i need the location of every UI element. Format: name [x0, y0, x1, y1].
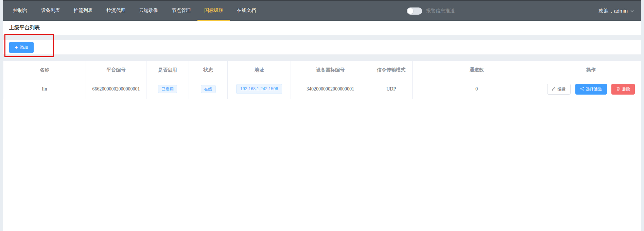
col-header-actions: 操作: [541, 61, 641, 79]
share-icon: [580, 87, 584, 92]
col-header-gb-device-id: 设备国标编号: [291, 61, 370, 79]
chevron-down-icon: [630, 9, 634, 13]
nav-item-pull-proxy[interactable]: 拉流代理: [100, 1, 132, 21]
cell-transport: UDP: [370, 79, 413, 99]
welcome-text: 欢迎，admin: [598, 8, 628, 14]
alarm-push-label: 报警信息推送: [426, 8, 455, 14]
col-header-transport: 信令传输模式: [370, 61, 413, 79]
nav-item-console[interactable]: 控制台: [6, 1, 34, 21]
cell-channel-count: 0: [413, 79, 541, 99]
edit-button[interactable]: 编辑: [547, 84, 571, 95]
edit-button-label: 编辑: [558, 87, 566, 91]
cell-enabled: 已启用: [146, 79, 189, 99]
page-title: 上级平台列表: [9, 24, 40, 31]
select-channel-label: 选择通道: [586, 87, 602, 91]
toggle-knob: [407, 8, 413, 14]
cell-name: lin: [3, 79, 86, 99]
top-navbar: 控制台 设备列表 推流列表 拉流代理 云端录像 节点管理 国标级联 在线文档 报…: [3, 0, 641, 21]
table-row: lin 66620000002000000001 已启用 在线 192.168.…: [3, 79, 641, 99]
alarm-push-toggle[interactable]: [407, 7, 422, 15]
delete-button[interactable]: 删除: [611, 84, 635, 95]
cell-address: 192.168.1.242:1506: [228, 79, 291, 99]
nav-item-device-list[interactable]: 设备列表: [34, 1, 67, 21]
col-header-enabled: 是否启用: [146, 61, 189, 79]
status-badge: 在线: [201, 85, 216, 93]
nav-item-push-list[interactable]: 推流列表: [67, 1, 100, 21]
col-header-channel-count: 通道数: [413, 61, 541, 79]
col-header-name: 名称: [3, 61, 86, 79]
table-header-row: 名称 平台编号 是否启用 状态 地址 设备国标编号 信令传输模式 通道数 操作: [3, 61, 641, 79]
nav-item-online-docs[interactable]: 在线文档: [230, 1, 263, 21]
nav-item-cloud-record[interactable]: 云端录像: [132, 1, 165, 21]
main-page: 控制台 设备列表 推流列表 拉流代理 云端录像 节点管理 国标级联 在线文档 报…: [3, 0, 641, 231]
user-menu[interactable]: 欢迎，admin: [598, 1, 634, 21]
cell-status: 在线: [189, 79, 228, 99]
enabled-badge: 已启用: [158, 85, 177, 93]
col-header-platform-id: 平台编号: [86, 61, 146, 79]
alarm-push-group: 报警信息推送: [407, 1, 455, 21]
nav-item-node-manage[interactable]: 节点管理: [165, 1, 197, 21]
address-badge: 192.168.1.242:1506: [236, 84, 282, 94]
nav-item-gb-cascade[interactable]: 国标级联: [197, 1, 230, 21]
cell-actions: 编辑 选择通道: [541, 79, 641, 99]
separator-band: [3, 35, 641, 40]
toolbar: + 添加: [3, 40, 641, 54]
platform-table: 名称 平台编号 是否启用 状态 地址 设备国标编号 信令传输模式 通道数 操作 …: [3, 61, 641, 99]
add-button-label: 添加: [20, 45, 28, 50]
pencil-icon: [552, 87, 556, 92]
trash-icon: [616, 87, 620, 92]
plus-icon: +: [15, 46, 18, 49]
col-header-address: 地址: [228, 61, 291, 79]
cell-gb-device-id: 34020000002000000001: [291, 79, 370, 99]
select-channel-button[interactable]: 选择通道: [575, 84, 607, 95]
delete-button-label: 删除: [622, 87, 630, 91]
add-button[interactable]: + 添加: [9, 42, 34, 53]
cell-platform-id: 66620000002000000001: [86, 79, 146, 99]
separator-band: [3, 54, 641, 61]
page-header: 上级平台列表: [3, 21, 641, 35]
col-header-status: 状态: [189, 61, 228, 79]
